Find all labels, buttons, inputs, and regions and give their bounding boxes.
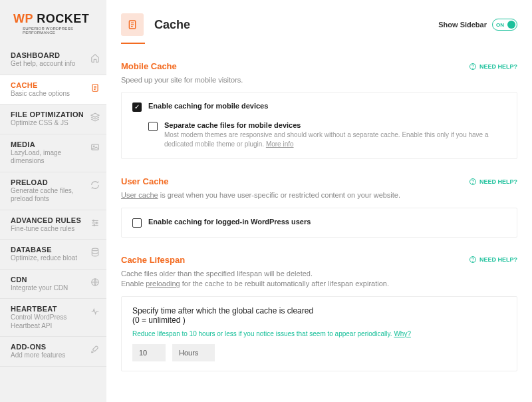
checkbox-enable-user-cache[interactable]: Enable caching for logged-in WordPress u… [132, 218, 506, 228]
need-help-link[interactable]: NEED HELP? [469, 178, 517, 186]
section-desc: Speed up your site for mobile visitors. [121, 75, 517, 85]
refresh-icon [90, 180, 100, 190]
section-cache-lifespan: Cache Lifespan NEED HELP? Cache files ol… [121, 255, 517, 371]
svg-point-6 [93, 145, 94, 146]
svg-marker-4 [91, 113, 99, 117]
nav-title: DASHBOARD [11, 51, 75, 59]
toggle-knob [507, 21, 515, 29]
checkbox-unchecked-icon [132, 218, 142, 228]
nav-sub: Generate cache files, preload fonts [11, 187, 85, 204]
toggle-on-text: ON [496, 22, 504, 28]
image-icon [90, 142, 100, 152]
checkbox-label: Separate cache files for mobile devices [164, 121, 506, 129]
file-icon [90, 83, 100, 93]
user-cache-link[interactable]: User cache [121, 191, 158, 199]
nav-sub: Control WordPress Heartbeat API [11, 313, 85, 330]
database-icon [90, 248, 100, 257]
tab-underline [121, 43, 145, 44]
section-title: Mobile Cache [121, 61, 177, 71]
sidebar-item-advanced-rules[interactable]: ADVANCED RULES Fine-tune cache rules [0, 210, 106, 240]
svg-point-20 [473, 68, 473, 69]
nav-sub: Fine-tune cache rules [11, 225, 81, 234]
svg-point-10 [93, 220, 94, 221]
svg-point-11 [96, 222, 97, 224]
checkbox-label: Enable caching for logged-in WordPress u… [148, 218, 311, 226]
sidebar-item-database[interactable]: DATABASE Optimize, reduce bloat [0, 240, 106, 270]
nav-sub: Basic cache options [11, 90, 70, 99]
logo-tagline: Superior WordPress Performance [23, 27, 100, 35]
heartbeat-icon [90, 307, 100, 316]
nav-title: CDN [11, 276, 68, 284]
checkbox-checked-icon: ✓ [132, 102, 142, 112]
nav-title: DATABASE [11, 246, 77, 254]
card-user: Enable caching for logged-in WordPress u… [121, 208, 517, 238]
home-icon [90, 53, 100, 63]
card-title: Specify time after which the global cach… [132, 306, 506, 325]
nav-title: HEARTBEAT [11, 305, 85, 313]
nav-sub: Add more features [11, 351, 65, 360]
checkbox-separate-cache[interactable]: Separate cache files for mobile devices … [148, 121, 506, 149]
section-mobile-cache: Mobile Cache NEED HELP? Speed up your si… [121, 61, 517, 159]
svg-point-24 [473, 261, 473, 262]
svg-point-13 [92, 248, 98, 251]
sidebar-item-file-optimization[interactable]: FILE OPTIMIZATION Optimize CSS & JS [0, 104, 106, 134]
card-hint: Reduce lifespan to 10 hours or less if y… [132, 330, 506, 337]
help-icon [469, 256, 477, 264]
lifespan-value-input[interactable] [132, 344, 166, 361]
nav-title: MEDIA [11, 140, 85, 148]
sidebar-item-add-ons[interactable]: ADD-ONS Add more features [0, 337, 106, 367]
checkbox-unchecked-icon [148, 122, 158, 131]
need-help-link[interactable]: NEED HELP? [469, 256, 517, 264]
page-icon [121, 13, 144, 36]
sidebar-item-dashboard[interactable]: DASHBOARD Get help, account info [0, 45, 106, 75]
main-content: Cache Show Sidebar ON Mobile Cache NEED … [106, 0, 532, 402]
section-user-cache: User Cache NEED HELP? User cache is grea… [121, 176, 517, 237]
nav-title: ADD-ONS [11, 343, 65, 351]
show-sidebar-toggle[interactable]: ON [492, 19, 517, 31]
help-icon [469, 178, 477, 186]
card-lifespan: Specify time after which the global cach… [121, 296, 517, 371]
nav-sub: Optimize, reduce bloat [11, 254, 77, 263]
sidebar-item-heartbeat[interactable]: HEARTBEAT Control WordPress Heartbeat AP… [0, 299, 106, 337]
why-link[interactable]: Why? [394, 330, 411, 337]
more-info-link[interactable]: More info [266, 140, 294, 148]
page-header: Cache Show Sidebar ON [121, 13, 517, 36]
sidebar-item-preload[interactable]: PRELOAD Generate cache files, preload fo… [0, 172, 106, 210]
sidebar: WP ROCKET Superior WordPress Performance… [0, 0, 106, 402]
show-sidebar-label: Show Sidebar [438, 21, 487, 29]
checkbox-enable-mobile-cache[interactable]: ✓ Enable caching for mobile devices [132, 102, 506, 112]
sidebar-item-media[interactable]: MEDIA LazyLoad, image dimensions [0, 134, 106, 172]
page-title: Cache [154, 18, 190, 32]
lifespan-unit-select[interactable]: Hours [172, 344, 215, 361]
checkbox-description: Most modern themes are responsive and sh… [164, 130, 506, 149]
section-desc: Cache files older than the specified lif… [121, 269, 517, 290]
svg-point-22 [473, 183, 473, 184]
svg-point-12 [94, 224, 95, 226]
sliders-icon [90, 218, 100, 228]
section-title: Cache Lifespan [121, 255, 185, 265]
rocket-icon [90, 345, 100, 354]
logo-rocket: ROCKET [37, 12, 89, 25]
sidebar-item-cdn[interactable]: CDN Integrate your CDN [0, 270, 106, 300]
layers-icon [90, 112, 100, 122]
logo-wp: WP [13, 12, 33, 25]
nav-sub: LazyLoad, image dimensions [11, 149, 85, 166]
nav-title: PRELOAD [11, 178, 85, 186]
nav-title: ADVANCED RULES [11, 216, 81, 224]
help-icon [469, 63, 477, 71]
nav-sub: Optimize CSS & JS [11, 119, 84, 128]
nav-title: CACHE [11, 81, 70, 89]
preloading-link[interactable]: preloading [146, 280, 180, 288]
need-help-link[interactable]: NEED HELP? [469, 63, 517, 71]
nav-title: FILE OPTIMIZATION [11, 110, 84, 118]
globe-icon [90, 278, 100, 287]
nav: DASHBOARD Get help, account info CACHE B… [0, 45, 106, 367]
nav-sub: Integrate your CDN [11, 284, 68, 293]
logo: WP ROCKET Superior WordPress Performance [0, 0, 106, 45]
checkbox-label: Enable caching for mobile devices [148, 102, 268, 110]
card-mobile: ✓ Enable caching for mobile devices Sepa… [121, 92, 517, 159]
section-desc: User cache is great when you have user-s… [121, 190, 517, 200]
section-title: User Cache [121, 176, 169, 186]
sidebar-item-cache[interactable]: CACHE Basic cache options [0, 75, 106, 105]
nav-sub: Get help, account info [11, 60, 75, 69]
